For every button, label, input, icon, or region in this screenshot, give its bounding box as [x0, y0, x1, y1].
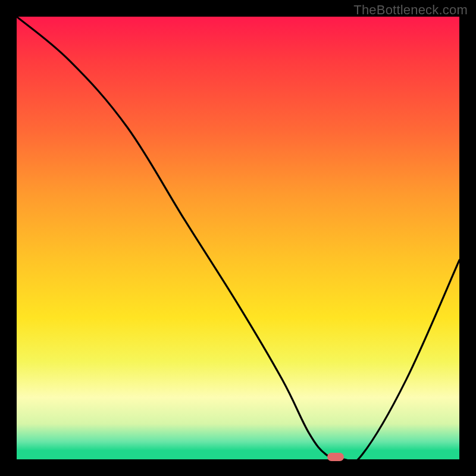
bottleneck-curve-path: [17, 17, 459, 459]
watermark-text: TheBottleneck.com: [353, 2, 468, 18]
chart-curve-svg: [17, 17, 459, 459]
chart-plot-area: [17, 17, 459, 459]
optimal-point-marker: [327, 453, 344, 461]
chart-stage: TheBottleneck.com: [0, 0, 476, 476]
